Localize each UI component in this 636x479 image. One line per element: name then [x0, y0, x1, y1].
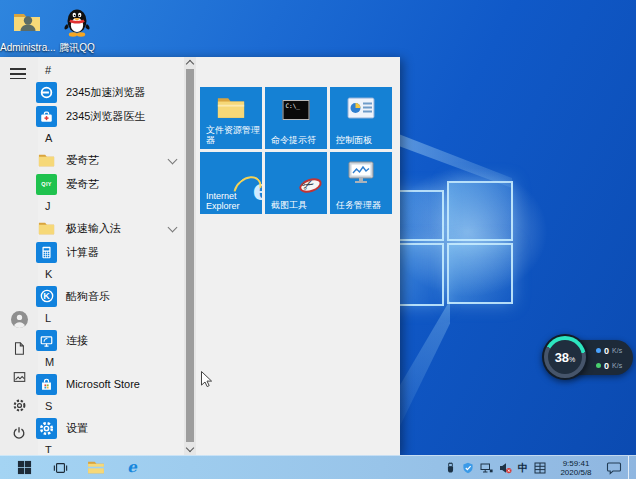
section-header[interactable]: T [36, 440, 184, 453]
start-list-scrollbar[interactable] [184, 57, 196, 455]
memory-percent-ball[interactable]: 38 % [542, 334, 588, 380]
desktop-icon-label: 腾讯QQ [59, 42, 95, 53]
scroll-down-icon[interactable] [186, 444, 194, 452]
clock-time: 9:59:41 [552, 459, 600, 468]
show-desktop-button[interactable] [628, 456, 634, 479]
windows-logo-icon [17, 460, 32, 475]
tile-internet-explorer[interactable]: e Internet Explorer [200, 152, 262, 214]
folder-icon [87, 460, 105, 475]
qq-penguin-icon [50, 6, 104, 40]
desktop-icon-administrator[interactable]: Administra... [0, 6, 54, 53]
calculator-icon [36, 242, 57, 263]
system-tray: 中 9:59:41 2020/5/8 [445, 456, 636, 479]
ime-layout-icon[interactable] [534, 462, 546, 474]
desktop-icon-qq[interactable]: 腾讯QQ [50, 6, 104, 53]
section-header[interactable]: M [36, 352, 184, 372]
settings-gear-icon[interactable] [10, 396, 28, 414]
light-beam [398, 300, 450, 430]
tile-command-prompt[interactable]: C:\_ 命令提示符 [265, 87, 327, 149]
user-avatar-icon[interactable] [10, 310, 28, 328]
hamburger-icon[interactable] [10, 68, 26, 80]
task-view-button[interactable] [42, 456, 78, 479]
clock-date: 2020/5/8 [552, 468, 600, 477]
file-explorer-button[interactable] [78, 456, 114, 479]
pictures-icon[interactable] [10, 368, 28, 386]
app-connect[interactable]: 连接 [36, 328, 184, 352]
section-header[interactable]: K [36, 264, 184, 284]
section-header[interactable]: # [36, 60, 184, 80]
tile-snipping-tool[interactable]: ✂ 截图工具 [265, 152, 327, 214]
windows-logo-pane [447, 181, 513, 241]
volume-muted-icon[interactable] [499, 462, 512, 474]
app-2345-browser-doctor[interactable]: 2345浏览器医生 [36, 104, 184, 128]
tile-control-panel[interactable]: 控制面板 [330, 87, 392, 149]
taskbar-clock[interactable]: 9:59:41 2020/5/8 [552, 459, 600, 477]
desktop-icon-label: Administra... [0, 42, 56, 53]
settings-gear-icon [36, 418, 57, 439]
kugou-icon: K [36, 286, 57, 307]
folder-icon [36, 218, 57, 239]
ime-chinese-indicator[interactable]: 中 [518, 461, 528, 475]
security-shield-icon[interactable] [462, 462, 474, 474]
windows-logo-pane [447, 243, 513, 304]
app-microsoft-store[interactable]: Microsoft Store [36, 372, 184, 396]
ms-store-icon [36, 374, 57, 395]
scroll-up-icon[interactable] [186, 60, 194, 68]
app-folder-iqiyi[interactable]: 爱奇艺 [36, 148, 184, 172]
start-tiles: 文件资源管理器 C:\_ 命令提示符 控制面板 e Internet Explo… [200, 87, 392, 214]
internet-explorer-icon: e [127, 460, 137, 475]
windows-desktop: Administra... 腾讯QQ [0, 0, 636, 479]
download-speed-row: 0 K/s [596, 358, 622, 373]
light-beam [396, 133, 512, 188]
app-2345-speed-browser[interactable]: 2345加速浏览器 [36, 80, 184, 104]
doctor-2345-icon [36, 106, 57, 127]
tile-file-explorer[interactable]: 文件资源管理器 [200, 87, 262, 149]
download-dot-icon [596, 363, 601, 368]
connect-icon [36, 330, 57, 351]
scrollbar-thumb[interactable] [186, 69, 194, 442]
taskbar: e 中 9:59:41 2020/5/8 [0, 455, 636, 479]
app-folder-jisu-ime[interactable]: 极速输入法 [36, 216, 184, 240]
tile-task-manager[interactable]: 任务管理器 [330, 152, 392, 214]
section-header[interactable]: J [36, 196, 184, 216]
chevron-down-icon[interactable] [168, 223, 178, 233]
start-app-list: # 2345加速浏览器 2345浏览器医生 A 爱奇艺 [36, 60, 184, 453]
action-center-icon[interactable] [606, 461, 622, 475]
start-menu: # 2345加速浏览器 2345浏览器医生 A 爱奇艺 [0, 57, 400, 455]
folder-icon [36, 150, 57, 171]
control-panel-icon [347, 97, 375, 123]
app-iqiyi[interactable]: QIY 爱奇艺 [36, 172, 184, 196]
task-manager-icon [347, 161, 375, 190]
admin-folder-icon [0, 6, 54, 40]
command-prompt-icon: C:\_ [283, 100, 310, 120]
document-icon[interactable] [10, 339, 28, 357]
upload-dot-icon [596, 348, 601, 353]
app-calculator[interactable]: 计算器 [36, 240, 184, 264]
start-button[interactable] [6, 456, 42, 479]
section-header[interactable]: S [36, 396, 184, 416]
section-header[interactable]: L [36, 308, 184, 328]
internet-explorer-button[interactable]: e [114, 456, 150, 479]
chevron-down-icon[interactable] [168, 155, 178, 165]
app-kugou-music[interactable]: K 酷狗音乐 [36, 284, 184, 308]
start-menu-rail [0, 57, 38, 455]
app-settings[interactable]: 设置 [36, 416, 184, 440]
iqiyi-icon: QIY [36, 174, 57, 195]
section-header[interactable]: A [36, 128, 184, 148]
speed-monitor-widget[interactable]: 0 K/s 0 K/s 38 % [542, 334, 636, 382]
file-explorer-icon [216, 95, 246, 125]
browser-2345-icon [36, 82, 57, 103]
power-icon[interactable] [10, 424, 28, 442]
task-view-icon [53, 461, 68, 475]
usb-icon[interactable] [445, 462, 456, 474]
upload-speed-row: 0 K/s [596, 343, 622, 358]
network-monitor-icon[interactable] [480, 462, 493, 474]
